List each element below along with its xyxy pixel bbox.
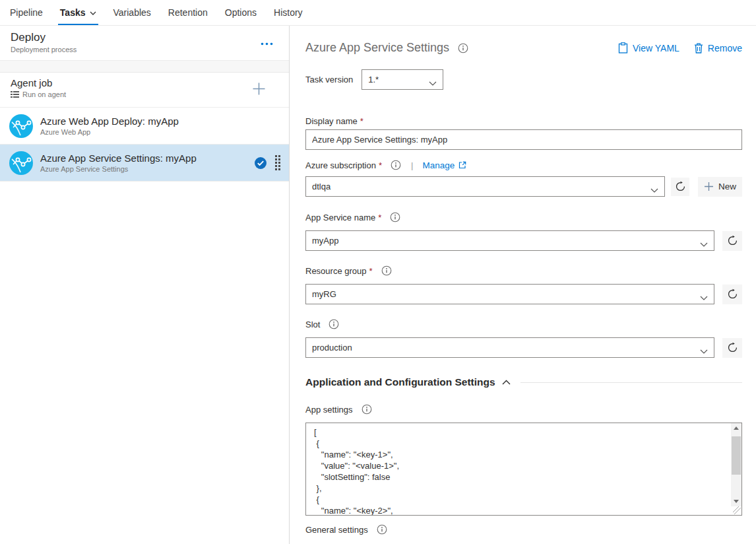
nav-variables[interactable]: Variables xyxy=(105,0,160,25)
info-icon[interactable] xyxy=(390,212,400,222)
refresh-icon xyxy=(727,289,738,300)
new-subscription-button[interactable]: New xyxy=(698,177,742,197)
agent-job-title: Agent job xyxy=(11,77,278,88)
sidebar-divider xyxy=(0,61,289,73)
top-nav: Pipeline Tasks Variables Retention Optio… xyxy=(0,0,756,26)
scrollbar-thumb[interactable] xyxy=(732,436,741,475)
process-title: Deploy xyxy=(11,31,278,44)
nav-options[interactable]: Options xyxy=(216,0,265,25)
task-subtitle: Azure Web App xyxy=(40,128,179,136)
clipboard-icon xyxy=(618,42,628,53)
chevron-down-icon xyxy=(700,346,708,356)
scroll-down-icon[interactable] xyxy=(731,496,741,506)
remove-button[interactable]: Remove xyxy=(694,42,742,53)
nav-pipeline[interactable]: Pipeline xyxy=(1,0,51,25)
manage-link[interactable]: Manage xyxy=(422,160,466,170)
more-menu-icon[interactable] xyxy=(261,36,273,48)
info-icon[interactable] xyxy=(381,265,392,276)
app-settings-textarea[interactable]: [ { "name": "<key-1>", "value": "<value-… xyxy=(305,423,742,516)
info-icon[interactable] xyxy=(362,404,372,415)
task-settings-panel: Azure App Service Settings View YAML Rem… xyxy=(290,26,756,544)
general-settings-label: General settings xyxy=(305,525,368,535)
nav-history[interactable]: History xyxy=(265,0,311,25)
resource-group-label: Resource group xyxy=(305,266,367,276)
drag-handle[interactable] xyxy=(275,155,280,170)
chevron-down-icon xyxy=(90,11,96,15)
resource-group-select[interactable]: myRG xyxy=(305,284,714,304)
info-icon[interactable] xyxy=(329,319,339,329)
task-subtitle: Azure App Service Settings xyxy=(40,165,197,173)
chevron-down-icon xyxy=(429,78,437,88)
info-icon[interactable] xyxy=(391,160,401,170)
agent-job-subtitle: Run on agent xyxy=(22,90,66,98)
task-version-label: Task version xyxy=(305,75,353,85)
pipeline-sidebar: Deploy Deployment process Agent job Run … xyxy=(0,26,290,544)
azure-globe-icon xyxy=(9,114,33,138)
view-yaml-button[interactable]: View YAML xyxy=(618,42,679,53)
info-icon[interactable] xyxy=(458,43,468,53)
slot-select[interactable]: production xyxy=(305,337,714,358)
section-application-configuration-settings[interactable]: Application and Configuration Settings xyxy=(305,376,742,388)
display-name-label: Display name* xyxy=(305,116,742,126)
task-enabled-check-icon[interactable] xyxy=(255,157,267,172)
chevron-down-icon xyxy=(700,292,708,302)
refresh-slot-button[interactable] xyxy=(722,338,742,358)
app-service-name-select[interactable]: myApp xyxy=(305,230,714,251)
azure-subscription-select[interactable]: dtlqa xyxy=(305,176,665,197)
editor-scrollbar[interactable] xyxy=(731,423,741,506)
scroll-up-icon[interactable] xyxy=(731,423,741,433)
add-task-icon[interactable] xyxy=(251,81,267,99)
app-settings-json[interactable]: [ { "name": "<key-1>", "value": "<value-… xyxy=(306,423,730,515)
agent-icon xyxy=(11,90,19,98)
info-icon[interactable] xyxy=(377,524,387,535)
page-title: Azure App Service Settings xyxy=(305,41,449,55)
azure-globe-icon xyxy=(9,151,33,175)
plus-icon xyxy=(704,182,714,191)
app-settings-label: App settings xyxy=(305,405,353,415)
refresh-resource-group-button[interactable] xyxy=(722,285,742,304)
display-name-input[interactable] xyxy=(305,129,742,150)
process-subtitle: Deployment process xyxy=(11,46,278,53)
app-service-name-label: App Service name xyxy=(305,213,375,222)
refresh-subscription-button[interactable] xyxy=(671,178,689,196)
resize-grip[interactable] xyxy=(733,506,741,514)
refresh-icon xyxy=(727,235,738,246)
task-version-select[interactable]: 1.* xyxy=(362,69,443,90)
agent-job-header[interactable]: Agent job Run on agent xyxy=(0,73,289,108)
refresh-icon xyxy=(727,342,738,353)
process-header[interactable]: Deploy Deployment process xyxy=(0,26,289,61)
task-row-azure-web-app-deploy[interactable]: Azure Web App Deploy: myApp Azure Web Ap… xyxy=(0,108,289,145)
chevron-up-icon xyxy=(502,380,511,385)
section-divider-line xyxy=(520,382,742,383)
chevron-down-icon xyxy=(700,239,708,249)
azure-subscription-label: Azure subscription xyxy=(305,160,376,170)
slot-label: Slot xyxy=(305,320,320,329)
nav-retention[interactable]: Retention xyxy=(160,0,216,25)
chevron-down-icon xyxy=(650,185,658,195)
refresh-app-service-button[interactable] xyxy=(722,231,742,251)
task-title: Azure App Service Settings: myApp xyxy=(40,153,197,164)
nav-tasks[interactable]: Tasks xyxy=(51,0,105,25)
refresh-icon xyxy=(675,181,686,192)
external-link-icon xyxy=(458,161,466,169)
trash-icon xyxy=(694,43,703,53)
task-row-azure-app-service-settings[interactable]: Azure App Service Settings: myApp Azure … xyxy=(0,145,289,182)
task-title: Azure Web App Deploy: myApp xyxy=(40,116,179,127)
